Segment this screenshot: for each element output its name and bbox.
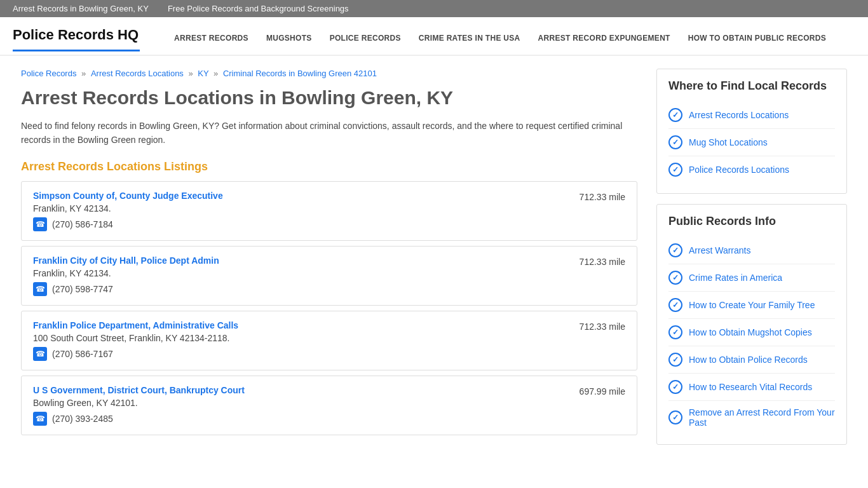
intro-text: Need to find felony records in Bowling G… <box>21 119 637 147</box>
breadcrumb: Police Records » Arrest Records Location… <box>21 69 637 78</box>
check-icon-7: ✓ <box>668 325 682 339</box>
sidebar-link-label-vital-records: How to Research Vital Records <box>689 382 812 392</box>
listing-phone-2: ☎ (270) 586-7167 <box>33 347 567 361</box>
sidebar-link-police-records[interactable]: ✓ Police Records Locations <box>668 156 835 183</box>
listing-address-1: Franklin, KY 42134. <box>33 268 567 278</box>
sidebar-link-label-mug-shot: Mug Shot Locations <box>689 137 768 147</box>
check-icon-2: ✓ <box>668 135 682 149</box>
listing-info-1: Franklin City of City Hall, Police Dept … <box>33 255 567 296</box>
sidebar-link-mugshot-copies[interactable]: ✓ How to Obtain Mugshot Copies <box>668 319 835 346</box>
sidebar-public-records: Public Records Info ✓ Arrest Warrants ✓ … <box>656 204 847 445</box>
check-icon-1: ✓ <box>668 108 682 122</box>
breadcrumb-ky[interactable]: KY <box>198 69 208 78</box>
nav-arrest-records[interactable]: ARREST RECORDS <box>165 24 257 55</box>
listing-address-3: Bowling Green, KY 42101. <box>33 398 567 408</box>
sidebar-local-title: Where to Find Local Records <box>668 79 835 93</box>
breadcrumb-arrest-locations[interactable]: Arrest Records Locations <box>91 69 184 78</box>
phone-number-0: (270) 586-7184 <box>52 219 113 229</box>
topbar-link-1[interactable]: Arrest Records in Bowling Green, KY <box>13 4 149 13</box>
page-title: Arrest Records Locations in Bowling Gree… <box>21 87 637 109</box>
sidebar-link-label-crime-rates: Crime Rates in America <box>689 273 782 283</box>
breadcrumb-sep-1: » <box>81 69 88 78</box>
listing-name-2: Franklin Police Department, Administrati… <box>33 320 567 330</box>
listing-distance-1: 712.33 mile <box>580 255 625 267</box>
nav-expungement[interactable]: ARREST RECORD EXPUNGEMENT <box>529 24 679 55</box>
main-container: Police Records » Arrest Records Location… <box>8 56 860 480</box>
listing-distance-3: 697.99 mile <box>580 385 625 396</box>
listing-distance-2: 712.33 mile <box>580 320 625 332</box>
logo[interactable]: Police Records HQ <box>13 27 140 51</box>
topbar-link-2[interactable]: Free Police Records and Background Scree… <box>168 4 349 13</box>
listing-info-2: Franklin Police Department, Administrati… <box>33 320 567 361</box>
listing-phone-3: ☎ (270) 393-2485 <box>33 412 567 426</box>
check-icon-10: ✓ <box>668 410 682 424</box>
phone-icon-1: ☎ <box>33 282 47 296</box>
sidebar-link-arrest-locations[interactable]: ✓ Arrest Records Locations <box>668 102 835 129</box>
listing-card-3: U S Government, District Court, Bankrupt… <box>21 376 637 435</box>
listing-phone-0: ☎ (270) 586-7184 <box>33 217 567 231</box>
sidebar-link-remove-record[interactable]: ✓ Remove an Arrest Record From Your Past <box>668 401 835 434</box>
sidebar-link-label-warrants: Arrest Warrants <box>689 245 751 255</box>
listing-address-0: Franklin, KY 42134. <box>33 203 567 214</box>
listings-heading: Arrest Records Locations Listings <box>21 160 637 173</box>
sidebar-local-records: Where to Find Local Records ✓ Arrest Rec… <box>656 69 847 194</box>
sidebar-link-mug-shot[interactable]: ✓ Mug Shot Locations <box>668 129 835 156</box>
sidebar-link-label-remove-record: Remove an Arrest Record From Your Past <box>689 407 835 428</box>
content-area: Police Records » Arrest Records Location… <box>21 69 637 455</box>
check-icon-8: ✓ <box>668 353 682 367</box>
listing-info-3: U S Government, District Court, Bankrupt… <box>33 385 567 426</box>
sidebar-public-title: Public Records Info <box>668 215 835 228</box>
nav-crime-rates[interactable]: CRIME RATES IN THE USA <box>410 24 529 55</box>
sidebar-link-vital-records[interactable]: ✓ How to Research Vital Records <box>668 374 835 401</box>
breadcrumb-criminal-records[interactable]: Criminal Records in Bowling Green 42101 <box>223 69 377 78</box>
sidebar-link-label-family-tree: How to Create Your Family Tree <box>689 300 815 310</box>
listing-card-0: Simpson County of, County Judge Executiv… <box>21 181 637 241</box>
phone-number-3: (270) 393-2485 <box>52 414 113 424</box>
phone-icon-0: ☎ <box>33 217 47 231</box>
check-icon-6: ✓ <box>668 298 682 312</box>
sidebar-link-label-obtain-police: How to Obtain Police Records <box>689 355 808 365</box>
listing-address-2: 100 South Court Street, Franklin, KY 421… <box>33 333 567 343</box>
listing-name-3: U S Government, District Court, Bankrupt… <box>33 385 567 395</box>
check-icon-3: ✓ <box>668 163 682 177</box>
sidebar-link-label-police-records: Police Records Locations <box>689 165 789 175</box>
check-icon-5: ✓ <box>668 271 682 285</box>
sidebar-link-family-tree[interactable]: ✓ How to Create Your Family Tree <box>668 292 835 319</box>
sidebar: Where to Find Local Records ✓ Arrest Rec… <box>656 69 847 455</box>
listing-name-0: Simpson County of, County Judge Executiv… <box>33 191 567 201</box>
check-icon-4: ✓ <box>668 243 682 257</box>
main-nav: ARREST RECORDS MUGSHOTS POLICE RECORDS C… <box>165 24 835 55</box>
breadcrumb-sep-3: » <box>214 69 220 78</box>
sidebar-link-label-mugshot-copies: How to Obtain Mugshot Copies <box>689 327 812 337</box>
phone-icon-3: ☎ <box>33 412 47 426</box>
listing-distance-0: 712.33 mile <box>580 191 625 202</box>
nav-public-records[interactable]: HOW TO OBTAIN PUBLIC RECORDS <box>679 24 835 55</box>
listing-phone-1: ☎ (270) 598-7747 <box>33 282 567 296</box>
phone-number-1: (270) 598-7747 <box>52 284 113 294</box>
sidebar-link-obtain-police[interactable]: ✓ How to Obtain Police Records <box>668 346 835 374</box>
phone-number-2: (270) 586-7167 <box>52 349 113 359</box>
sidebar-link-warrants[interactable]: ✓ Arrest Warrants <box>668 237 835 264</box>
listing-card-1: Franklin City of City Hall, Police Dept … <box>21 246 637 306</box>
phone-icon-2: ☎ <box>33 347 47 361</box>
breadcrumb-sep-2: » <box>188 69 195 78</box>
header: Police Records HQ ARREST RECORDS MUGSHOT… <box>0 17 868 56</box>
breadcrumb-police-records[interactable]: Police Records <box>21 69 76 78</box>
top-bar: Arrest Records in Bowling Green, KY Free… <box>0 0 868 17</box>
check-icon-9: ✓ <box>668 380 682 394</box>
nav-mugshots[interactable]: MUGSHOTS <box>257 24 321 55</box>
listing-card-2: Franklin Police Department, Administrati… <box>21 311 637 370</box>
nav-police-records[interactable]: POLICE RECORDS <box>321 24 410 55</box>
listing-info-0: Simpson County of, County Judge Executiv… <box>33 191 567 231</box>
listing-name-1: Franklin City of City Hall, Police Dept … <box>33 255 567 266</box>
sidebar-link-crime-rates[interactable]: ✓ Crime Rates in America <box>668 264 835 292</box>
sidebar-link-label-arrest-locations: Arrest Records Locations <box>689 110 789 120</box>
